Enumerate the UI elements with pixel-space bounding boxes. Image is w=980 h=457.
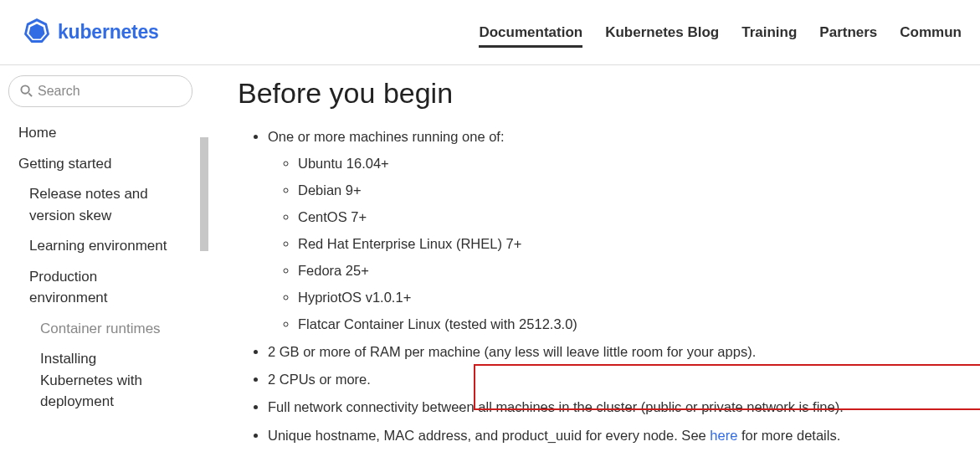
layout: Home Getting started Release notes and v… bbox=[0, 65, 980, 457]
req-ram: 2 GB or more of RAM per machine (any les… bbox=[268, 340, 975, 363]
os-item: Fedora 25+ bbox=[298, 259, 975, 282]
os-item: Red Hat Enterprise Linux (RHEL) 7+ bbox=[298, 232, 975, 255]
kubernetes-logo-icon bbox=[23, 17, 50, 49]
os-item: Flatcar Container Linux (tested with 251… bbox=[298, 312, 975, 336]
req-cpu: 2 CPUs or more. bbox=[268, 367, 975, 391]
sidebar-item-learning-env[interactable]: Learning environment bbox=[18, 235, 169, 257]
sidebar-item-home[interactable]: Home bbox=[18, 122, 169, 144]
content: Before you begin One or more machines ru… bbox=[211, 65, 980, 457]
req-hostname: Unique hostname, MAC address, and produc… bbox=[268, 424, 975, 447]
svg-point-3 bbox=[21, 85, 28, 93]
req-ports: Certain ports are open on your machines.… bbox=[268, 451, 975, 457]
svg-line-4 bbox=[28, 93, 32, 96]
sidebar-item-installing-deployment[interactable]: Installing Kubernetes with deployment bbox=[18, 348, 169, 413]
req-os-intro-text: One or more machines running one of: bbox=[268, 129, 505, 144]
sidebar-scroll-thumb[interactable] bbox=[200, 137, 208, 251]
os-item: Debian 9+ bbox=[298, 178, 975, 202]
header: kubernetes Documentation Kubernetes Blog… bbox=[0, 0, 980, 65]
logo[interactable]: kubernetes bbox=[23, 17, 159, 49]
nav-partners[interactable]: Partners bbox=[819, 18, 877, 48]
req-hostname-link[interactable]: here bbox=[710, 428, 737, 443]
sidebar-item-container-runtimes[interactable]: Container runtimes bbox=[18, 318, 169, 340]
nav-community[interactable]: Commun bbox=[900, 18, 962, 48]
sidebar-list: Home Getting started Release notes and v… bbox=[8, 122, 202, 413]
os-list: Ubuntu 16.04+ Debian 9+ CentOS 7+ Red Ha… bbox=[268, 151, 975, 336]
nav-kubernetes-blog[interactable]: Kubernetes Blog bbox=[605, 18, 719, 48]
sidebar-item-production-env[interactable]: Production environment bbox=[18, 266, 169, 309]
req-hostname-post: for more details. bbox=[737, 428, 840, 443]
nav: Documentation Kubernetes Blog Training P… bbox=[479, 18, 962, 48]
nav-documentation[interactable]: Documentation bbox=[479, 18, 582, 48]
sidebar: Home Getting started Release notes and v… bbox=[0, 65, 211, 457]
sidebar-item-getting-started[interactable]: Getting started bbox=[18, 153, 169, 175]
search-input[interactable] bbox=[8, 75, 192, 107]
req-network: Full network connectivity between all ma… bbox=[268, 395, 975, 418]
os-item: HypriotOS v1.0.1+ bbox=[298, 285, 975, 309]
brand-name: kubernetes bbox=[58, 21, 159, 44]
page-title: Before you begin bbox=[238, 77, 975, 110]
os-item: Ubuntu 16.04+ bbox=[298, 151, 975, 175]
search-wrap bbox=[8, 75, 202, 107]
sidebar-scrollbar[interactable] bbox=[198, 137, 210, 449]
req-os-intro: One or more machines running one of: Ubu… bbox=[268, 125, 975, 336]
nav-training[interactable]: Training bbox=[741, 18, 797, 48]
requirements-list: One or more machines running one of: Ubu… bbox=[238, 125, 975, 457]
sidebar-item-release-notes[interactable]: Release notes and version skew bbox=[18, 183, 169, 226]
os-item: CentOS 7+ bbox=[298, 205, 975, 228]
req-hostname-pre: Unique hostname, MAC address, and produc… bbox=[268, 428, 710, 443]
